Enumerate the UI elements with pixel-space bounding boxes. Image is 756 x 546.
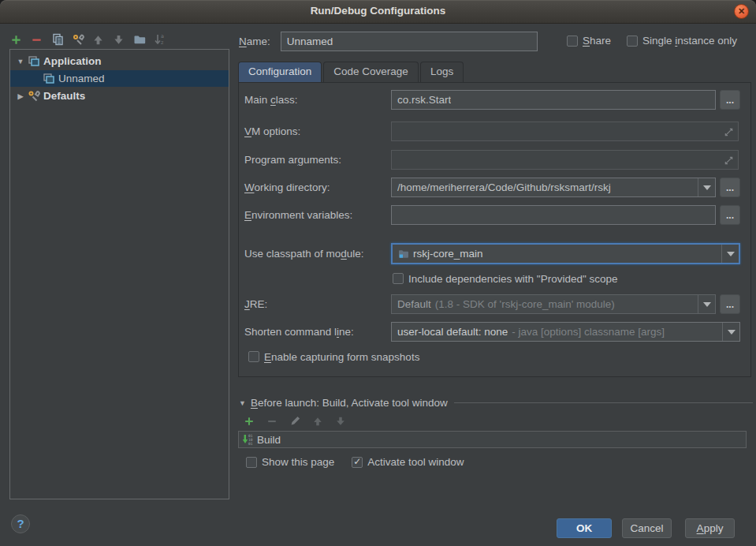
help-icon[interactable]: ?: [11, 514, 30, 533]
shorten-command-line-label: Shorten command line:: [244, 322, 354, 342]
vm-options-field[interactable]: [391, 122, 739, 141]
chevron-down-icon[interactable]: [721, 245, 739, 263]
main-class-browse-button[interactable]: ...: [720, 90, 740, 110]
tree-item-label: Defaults: [43, 90, 85, 102]
use-classpath-combo[interactable]: rskj-core_main: [391, 243, 740, 264]
ok-button[interactable]: OK: [557, 518, 612, 538]
chevron-down-icon[interactable]: [722, 323, 739, 341]
remove-task-icon[interactable]: [265, 414, 278, 428]
expand-icon[interactable]: [724, 126, 734, 140]
module-icon: [398, 249, 409, 260]
apply-button[interactable]: Apply: [685, 518, 735, 538]
checkbox-box[interactable]: [248, 351, 259, 362]
close-icon[interactable]: ✕: [734, 4, 749, 19]
tree-item-unnamed[interactable]: Unnamed: [10, 70, 229, 87]
remove-icon[interactable]: [30, 33, 43, 47]
expanded-triangle-icon[interactable]: ▼: [239, 399, 246, 407]
show-this-page-checkbox[interactable]: Show this page: [246, 456, 334, 468]
working-directory-browse-button[interactable]: ...: [720, 178, 740, 197]
add-task-icon[interactable]: [242, 414, 255, 428]
jre-label: JRE:: [244, 294, 267, 314]
program-arguments-field[interactable]: [391, 150, 739, 170]
checkbox-box[interactable]: [393, 273, 404, 284]
working-directory-combo[interactable]: /home/meriherrera/Code/Github/rsksmart/r…: [391, 178, 716, 197]
application-icon: [27, 54, 40, 68]
edit-defaults-icon[interactable]: [71, 33, 84, 47]
environment-variables-browse-button[interactable]: ...: [720, 205, 740, 225]
enable-capturing-checkbox[interactable]: Enable capturing form snapshots: [248, 350, 419, 364]
title-bar: Run/Debug Configurations ✕: [0, 0, 756, 24]
tree-item-defaults[interactable]: ▶ Defaults: [10, 88, 229, 104]
add-icon[interactable]: [9, 33, 23, 47]
tree-item-application[interactable]: ▼ Application: [10, 53, 229, 69]
share-checkbox[interactable]: Share: [567, 35, 611, 47]
configuration-editor: Name: Share Single instance only Configu…: [236, 24, 756, 505]
environment-variables-label: Environment variables:: [244, 205, 352, 225]
sort-alphabetically-icon[interactable]: az: [153, 33, 166, 47]
edit-task-icon[interactable]: [288, 414, 301, 428]
configuration-tab-panel: Main class: co.rsk.Start ... VM options:…: [238, 82, 751, 377]
environment-variables-field[interactable]: [391, 205, 716, 225]
tab-bar: Configuration Code Coverage Logs: [238, 62, 465, 82]
configurations-tree: ▼ Application Unnamed ▶ Defaults: [9, 49, 229, 499]
before-launch-toolbar: [242, 414, 347, 428]
new-folder-icon[interactable]: [132, 33, 146, 47]
before-launch-task-build[interactable]: 011001 Build: [238, 431, 747, 448]
name-input[interactable]: [281, 32, 538, 51]
checkbox-box[interactable]: [567, 36, 578, 47]
jre-browse-button[interactable]: ...: [720, 294, 740, 314]
cancel-button[interactable]: Cancel: [622, 518, 672, 538]
svg-text:z: z: [161, 39, 164, 46]
expanded-triangle-icon[interactable]: ▼: [16, 58, 25, 65]
main-class-label: Main class:: [244, 90, 298, 110]
chevron-down-icon[interactable]: [698, 178, 715, 196]
tree-item-label: Application: [43, 55, 102, 67]
tab-configuration[interactable]: Configuration: [238, 62, 322, 82]
checkbox-box[interactable]: [627, 36, 638, 47]
tab-code-coverage[interactable]: Code Coverage: [323, 62, 419, 82]
tab-logs[interactable]: Logs: [420, 62, 464, 82]
main-class-field[interactable]: co.rsk.Start: [391, 90, 716, 110]
run-debug-configurations-dialog: Run/Debug Configurations ✕ az ▼ Applicat…: [0, 0, 756, 546]
single-instance-checkbox[interactable]: Single instance only: [627, 35, 737, 47]
move-task-down-icon[interactable]: [333, 414, 347, 428]
name-label: Name:: [239, 36, 270, 47]
tree-item-label: Unnamed: [58, 73, 105, 84]
window-title: Run/Debug Configurations: [0, 5, 756, 17]
copy-icon[interactable]: [50, 33, 64, 47]
activate-tool-window-checkbox[interactable]: Activate tool window: [352, 456, 464, 468]
collapsed-triangle-icon[interactable]: ▶: [16, 92, 25, 100]
before-launch-section-header[interactable]: ▼ Before launch: Build, Activate tool wi…: [239, 397, 753, 409]
application-icon: [42, 72, 55, 85]
working-directory-label: Working directory:: [244, 178, 330, 197]
program-arguments-label: Program arguments:: [244, 150, 341, 170]
move-task-up-icon[interactable]: [311, 414, 324, 428]
separator-line: [454, 402, 753, 403]
vm-options-label: VM options:: [244, 122, 300, 141]
svg-text:a: a: [161, 33, 164, 39]
include-dependencies-checkbox[interactable]: Include dependencies with "Provided" sco…: [393, 271, 618, 286]
wrench-icon: [27, 89, 40, 103]
svg-text:01: 01: [248, 442, 253, 446]
use-classpath-label: Use classpath of module:: [244, 243, 364, 264]
configurations-toolbar: az: [9, 30, 166, 49]
move-up-icon[interactable]: [91, 33, 105, 47]
shorten-command-line-combo[interactable]: user-local default: none - java [options…: [391, 322, 740, 342]
expand-icon[interactable]: [724, 155, 734, 169]
compile-icon: 011001: [241, 433, 254, 446]
checkbox-box[interactable]: [352, 457, 363, 468]
checkbox-box[interactable]: [246, 457, 257, 468]
task-label: Build: [257, 434, 281, 446]
jre-combo[interactable]: Default (1.8 - SDK of 'rskj-core_main' m…: [391, 294, 716, 314]
move-down-icon[interactable]: [112, 33, 125, 47]
chevron-down-icon[interactable]: [698, 295, 715, 313]
